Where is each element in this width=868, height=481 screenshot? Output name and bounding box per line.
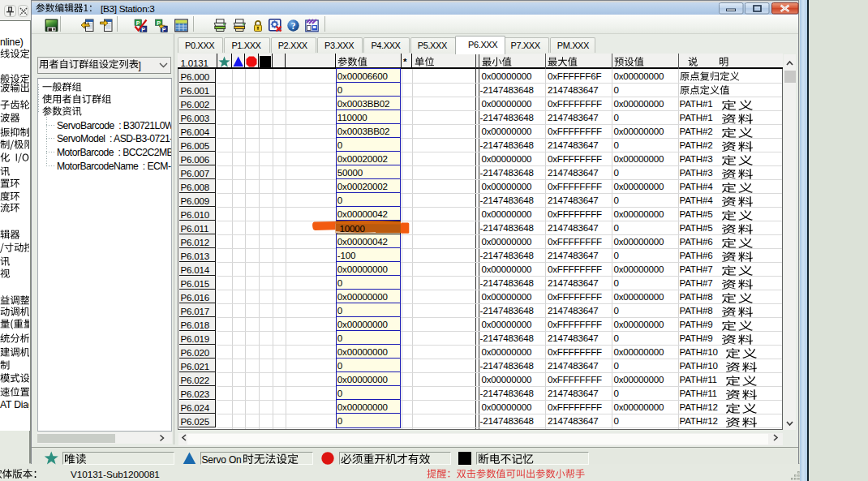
- svg-text:P: P: [135, 20, 140, 26]
- svg-text:P: P: [157, 20, 161, 26]
- svg-text:P: P: [141, 27, 145, 32]
- svg-text:?: ?: [291, 20, 296, 30]
- svg-text:P: P: [162, 27, 166, 32]
